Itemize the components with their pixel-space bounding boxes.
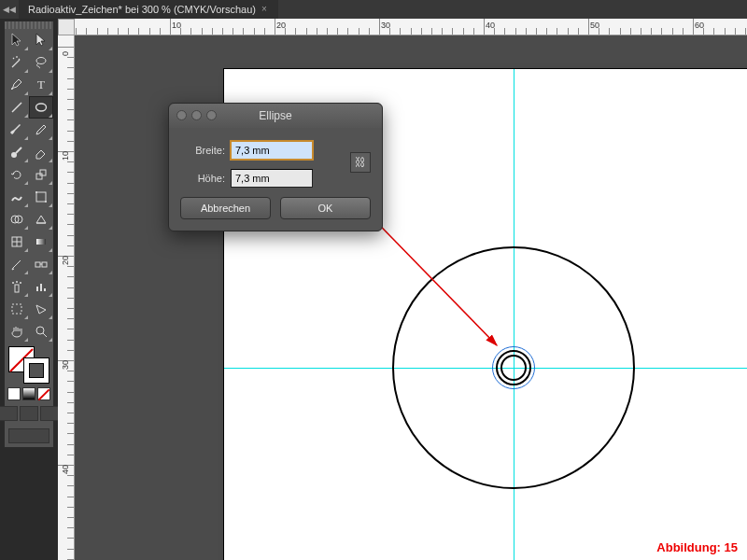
chain-link-icon: ⛓ — [355, 156, 366, 169]
tool-blob[interactable] — [5, 141, 29, 163]
tool-scale[interactable] — [29, 163, 53, 186]
tool-zoom[interactable] — [29, 320, 53, 343]
document-stage: 102030405060 010203040 — [58, 19, 747, 560]
tool-ellipse[interactable] — [29, 96, 53, 119]
ellipse-inner[interactable] — [500, 355, 527, 381]
tool-paintbrush[interactable] — [5, 119, 29, 141]
svg-rect-7 — [36, 192, 46, 202]
fill-stroke-indicator[interactable] — [8, 346, 49, 384]
screen-mode-button[interactable] — [8, 428, 49, 443]
tool-magic-wand[interactable] — [5, 51, 29, 74]
dialog-titlebar[interactable]: Ellipse — [169, 104, 382, 128]
svg-point-3 — [36, 104, 47, 111]
svg-line-2 — [12, 103, 21, 112]
tool-direct-select[interactable] — [29, 29, 53, 51]
svg-point-0 — [36, 58, 46, 64]
tool-hand[interactable] — [5, 320, 29, 343]
height-input[interactable]: 7,3 mm — [231, 169, 313, 188]
document-tab-bar: ◀◀ Radioaktiv_Zeichen* bei 300 % (CMYK/V… — [0, 0, 747, 19]
tool-type[interactable]: T — [29, 74, 53, 96]
svg-point-8 — [35, 191, 37, 193]
tool-selection[interactable] — [5, 29, 29, 51]
draw-mode-normal[interactable] — [0, 406, 18, 421]
tool-eraser[interactable] — [29, 141, 53, 163]
color-mode-gradient[interactable] — [22, 387, 35, 400]
svg-rect-21 — [40, 284, 42, 291]
svg-point-17 — [12, 282, 14, 284]
tool-eyedropper[interactable] — [5, 253, 29, 275]
tool-free-transform[interactable] — [29, 186, 53, 208]
document-tab[interactable]: Radioaktiv_Zeichen* bei 300 % (CMYK/Vors… — [19, 0, 278, 19]
panel-collapse-icon[interactable]: ◀◀ — [0, 0, 19, 19]
svg-rect-13 — [36, 239, 46, 245]
tool-pen[interactable] — [5, 74, 29, 96]
draw-mode-inside[interactable] — [40, 406, 59, 421]
document-title: Radioaktiv_Zeichen* bei 300 % (CMYK/Vors… — [28, 0, 256, 19]
color-mode-solid[interactable] — [7, 387, 21, 400]
tool-line[interactable] — [5, 96, 29, 119]
tool-pencil[interactable] — [29, 119, 53, 141]
svg-rect-23 — [12, 304, 21, 314]
svg-point-18 — [16, 281, 18, 283]
traffic-close-icon[interactable] — [176, 110, 187, 120]
width-label: Breite: — [180, 145, 225, 156]
tool-perspective[interactable] — [29, 208, 53, 231]
svg-rect-16 — [15, 285, 19, 292]
ok-button[interactable]: OK — [280, 197, 371, 219]
width-input[interactable]: 7,3 mm — [231, 141, 313, 160]
dialog-title: Ellipse — [259, 109, 291, 122]
tool-width[interactable] — [5, 186, 29, 208]
svg-rect-20 — [36, 287, 38, 291]
svg-text:T: T — [37, 77, 45, 91]
close-tab-icon[interactable]: × — [261, 0, 267, 19]
tool-symbol-spray[interactable] — [5, 275, 29, 298]
draw-mode-behind[interactable] — [20, 406, 38, 421]
cancel-button[interactable]: Abbrechen — [180, 197, 271, 219]
panel-grip[interactable] — [5, 21, 53, 29]
tool-artboard[interactable] — [5, 298, 29, 320]
height-label: Höhe: — [180, 173, 225, 184]
tool-graph[interactable] — [29, 275, 53, 298]
svg-rect-5 — [36, 174, 42, 179]
ruler-vertical[interactable]: 010203040 — [58, 35, 75, 560]
tool-lasso[interactable] — [29, 51, 53, 74]
svg-point-9 — [45, 201, 47, 203]
svg-point-24 — [36, 327, 44, 334]
svg-rect-22 — [44, 288, 46, 291]
tool-rotate[interactable] — [5, 163, 29, 186]
tools-panel: T — [4, 21, 54, 448]
ellipse-dialog: Ellipse Breite: 7,3 mm Höhe: 7,3 mm ⛓ Ab… — [168, 103, 383, 231]
tool-slice[interactable] — [29, 298, 53, 320]
svg-rect-14 — [35, 262, 40, 267]
ruler-origin[interactable] — [58, 19, 75, 35]
traffic-zoom-icon[interactable] — [206, 110, 217, 120]
tool-shape-builder[interactable] — [5, 208, 29, 231]
traffic-min-icon[interactable] — [191, 110, 202, 120]
color-mode-none[interactable] — [37, 387, 50, 400]
svg-rect-15 — [42, 262, 47, 267]
tool-blend[interactable] — [29, 253, 53, 275]
tool-mesh[interactable] — [5, 231, 29, 253]
ruler-horizontal[interactable]: 102030405060 — [75, 19, 747, 35]
svg-rect-6 — [40, 170, 46, 175]
constrain-proportions-button[interactable]: ⛓ — [350, 152, 371, 173]
figure-caption: Abbildung: 15 — [656, 540, 738, 554]
tool-gradient[interactable] — [29, 231, 53, 253]
svg-point-19 — [20, 282, 21, 284]
stroke-swatch[interactable] — [23, 357, 49, 384]
